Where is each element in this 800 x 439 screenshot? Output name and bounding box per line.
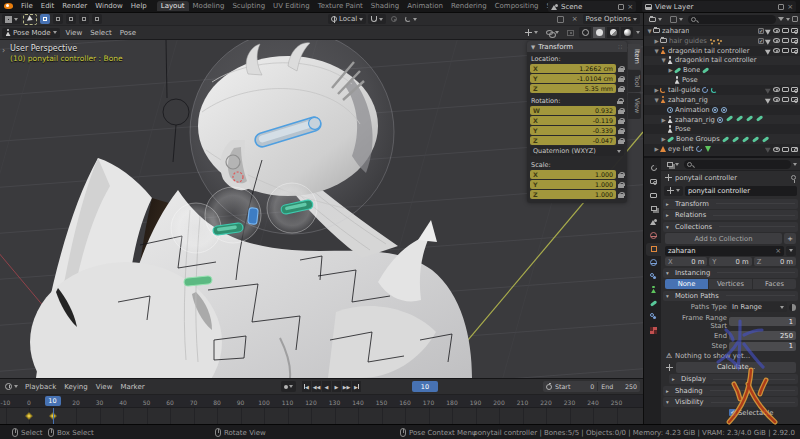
panel-display[interactable]: ▸Display [669,374,798,384]
collection-offset-z[interactable]: Z0 m [754,257,796,266]
expander-icon[interactable]: ▶ [667,67,674,73]
outliner-row-zaharan-rig[interactable]: ▶zaharan_rig [644,115,800,125]
scene-selector[interactable]: Scene × [548,1,636,12]
properties-tab-scene[interactable] [646,216,661,229]
funnel-filter-icon[interactable] [778,17,784,21]
collection-specials-dropdown[interactable] [786,246,796,256]
remove-view-layer-icon[interactable]: × [787,4,793,10]
motion-path-field-frame-range-start[interactable]: 1 [729,317,796,326]
outliner-row-pose[interactable]: Pose [644,124,800,134]
outliner-row-animation[interactable]: Animation [644,105,800,115]
next-keyframe-button[interactable]: ▶▶ [342,381,351,392]
instancing-option-none[interactable]: None [665,279,708,289]
panel-options-icon[interactable]: ∷ [618,43,623,50]
disable-render-icon[interactable] [791,97,798,102]
outliner-row-bone-groups[interactable]: ▶Bone Groups [644,134,800,144]
menu-window[interactable]: Window [91,2,127,10]
expander-icon[interactable]: ▶ [653,38,660,44]
expander-icon[interactable]: ▶ [653,87,660,93]
lock-icon[interactable] [618,118,624,124]
lock-icon[interactable] [618,128,624,134]
menu-edit[interactable]: Edit [37,2,59,10]
disable-viewport-icon[interactable] [782,38,789,43]
menu-help[interactable]: Help [127,2,151,10]
disable-render-icon[interactable] [791,147,798,152]
workspace-tab-sculpting[interactable]: Sculpting [228,1,269,11]
transform-panel-header[interactable]: ▼ Transform ∷ [527,41,627,52]
object-name-field[interactable]: ponytail controller [685,186,797,196]
playhead-line[interactable] [53,408,54,424]
xray-toggle[interactable] [564,28,577,38]
properties-options-chevron[interactable] [793,163,797,166]
select-mode-subtract-button[interactable] [66,14,76,24]
menu-file[interactable]: File [17,2,37,10]
hide-viewport-icon[interactable] [773,97,780,102]
add-to-collection-button[interactable]: Add to Collection [665,233,782,244]
disable-render-icon[interactable] [791,38,798,43]
expander-icon[interactable]: ▼ [646,28,653,34]
lock-icon[interactable] [618,172,624,178]
paths-type-dropdown[interactable]: In Range [729,302,787,312]
properties-tab-physics[interactable] [646,257,661,270]
current-frame-field[interactable]: 10 [412,381,438,392]
auto-keying-toggle[interactable] [281,381,296,392]
panel-motion-paths[interactable]: ▾Motion Paths [663,291,798,301]
expander-icon[interactable]: ▶ [653,146,660,152]
timeline-ruler[interactable]: -100102030405060708090100110120130140150… [0,395,643,408]
copy-to-selected-icon[interactable] [789,304,796,311]
n-panel-tab-item[interactable]: Item [628,44,641,69]
hide-viewport-icon[interactable] [773,48,780,53]
end-frame-field[interactable]: 250 [616,383,637,390]
hide-viewport-icon[interactable] [773,38,780,43]
lock-icon[interactable] [618,182,624,188]
collection-offset-x[interactable]: X0 m [665,257,707,266]
lock-icon[interactable] [618,76,624,82]
remove-collection-icon[interactable]: × [775,248,781,254]
motion-path-field-step[interactable]: 1 [729,342,796,351]
outliner-row-hair-guides[interactable]: ▶hair guides✓ [644,36,800,46]
location-field-x[interactable]: X1.2662 cm [530,64,616,73]
motion-path-field-end[interactable]: 250 [729,331,796,340]
x-mirror-toggle[interactable]: × [569,14,581,24]
rotation-field-z[interactable]: Z-0.047 [530,136,616,145]
rotation-mode-dropdown[interactable]: Quaternion (WXYZ) [530,146,624,156]
workspace-tab-compositing[interactable]: Compositing [491,1,543,11]
overlays-dropdown[interactable] [543,28,562,38]
start-frame-field[interactable]: 0 [573,383,594,390]
workspace-tab-animation[interactable]: Animation [403,1,447,11]
panel-instancing[interactable]: ▾Instancing [663,268,798,278]
selectable-icon[interactable] [765,27,772,35]
pose-options-dropdown[interactable]: Pose Options [583,14,640,24]
outliner-row-dragonkin-tail-controller[interactable]: ▼dragonkin tail controller [644,56,800,66]
shading-wireframe-button[interactable] [579,27,591,38]
hide-viewport-icon[interactable] [773,147,780,152]
outliner-row-zaharan[interactable]: ▼zaharan✓ [644,26,800,36]
viewport-menu-pose[interactable]: Pose [116,29,140,37]
expander-icon[interactable]: ▶ [660,117,667,123]
filter-options-chevron[interactable] [786,18,790,21]
previous-keyframe-button[interactable]: ◀◀ [312,381,321,392]
play-reverse-button[interactable]: ◀ [322,381,331,392]
rotation-field-y[interactable]: Y-0.339 [530,126,616,135]
properties-tab-view-layer[interactable] [646,203,661,216]
disable-viewport-icon[interactable] [782,147,789,152]
properties-tab-bone-constraints[interactable] [646,311,661,324]
scale-field-z[interactable]: Z1.000 [530,190,616,199]
workspace-tab-modeling[interactable]: Modeling [189,1,229,11]
lock-icon[interactable] [618,66,624,72]
toolbar-expand-arrow[interactable]: › [2,46,5,55]
active-tool-button[interactable] [23,14,37,25]
instancing-option-vertices[interactable]: Vertices [709,279,752,289]
scale-field-x[interactable]: X1.000 [530,170,616,179]
outliner-row-pose[interactable]: Pose [644,75,800,85]
rotation-field-w[interactable]: W0.932 [530,106,616,115]
disable-render-icon[interactable] [791,28,798,33]
properties-tab-render[interactable] [646,176,661,189]
collection-name-field[interactable]: zaharan× [665,246,784,256]
panel-visibility[interactable]: ▾Visibility [663,397,798,407]
keyframe-diamond[interactable] [25,412,32,419]
new-collection-icon[interactable] [792,16,798,22]
viewport-3d[interactable]: › User Perspective (10) ponytail control… [0,40,643,378]
shading-material-button[interactable] [607,27,619,38]
workspace-tab-uv-editing[interactable]: UV Editing [269,1,314,11]
